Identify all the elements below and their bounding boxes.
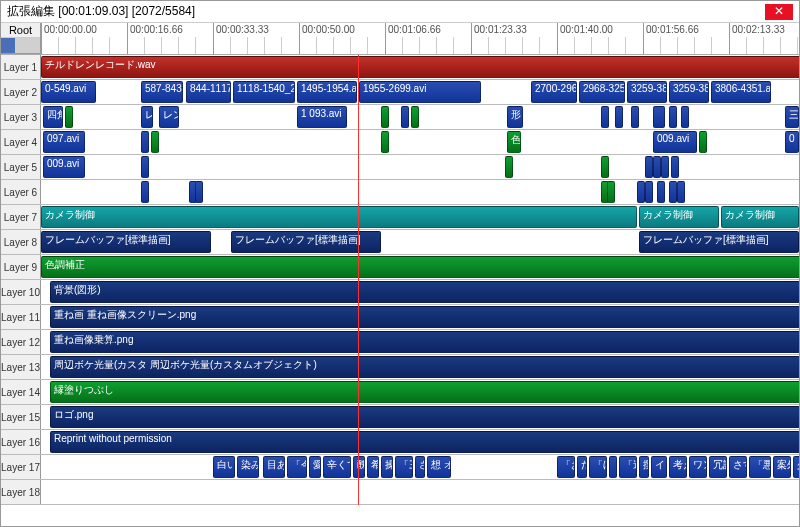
- clip[interactable]: 1118-1540_2.avi: [233, 81, 295, 103]
- layer-track[interactable]: 009.avi: [41, 155, 799, 179]
- clip[interactable]: 1955-2699.avi: [359, 81, 481, 103]
- clip[interactable]: 「ほ: [589, 456, 607, 478]
- layer-label[interactable]: Layer 3: [1, 105, 41, 129]
- clip[interactable]: チルドレンレコード.wav: [41, 56, 799, 78]
- clip[interactable]: 目あ: [263, 456, 285, 478]
- close-button[interactable]: ✕: [765, 4, 793, 20]
- clip[interactable]: [677, 181, 685, 203]
- clip[interactable]: フレームバッファ[標準描画]: [639, 231, 799, 253]
- clip[interactable]: 案外: [773, 456, 791, 478]
- layer-track[interactable]: チルドレンレコード.wav: [41, 55, 799, 79]
- layer-track[interactable]: 白い染み目あ「今愛辛くて醜希操「三さ想 オ「おた「ほ「「逃撰イン考えワン冗談さす…: [41, 455, 799, 479]
- clip[interactable]: 縁塗りつぶし: [50, 381, 799, 403]
- clip[interactable]: イン: [651, 456, 667, 478]
- layer-track[interactable]: [41, 180, 799, 204]
- clip[interactable]: 撰: [639, 456, 649, 478]
- clip[interactable]: [669, 181, 677, 203]
- layer-track[interactable]: 周辺ボケ光量(カスタ 周辺ボケ光量(カスタムオブジェクト): [41, 355, 799, 379]
- clip[interactable]: 3259-3805: [669, 81, 709, 103]
- clip[interactable]: 希: [367, 456, 379, 478]
- clip[interactable]: 周辺ボケ光量(カスタ 周辺ボケ光量(カスタムオブジェクト): [50, 356, 799, 378]
- clip[interactable]: [381, 131, 389, 153]
- clip[interactable]: [401, 106, 409, 128]
- layer-label[interactable]: Layer 4: [1, 130, 41, 154]
- clip[interactable]: [195, 181, 203, 203]
- layer-track[interactable]: 四角レレン1 093.avi形三: [41, 105, 799, 129]
- clip[interactable]: 冗談: [709, 456, 727, 478]
- clip[interactable]: [615, 106, 623, 128]
- clip[interactable]: 0: [785, 131, 799, 153]
- clip[interactable]: ワン: [689, 456, 707, 478]
- clip[interactable]: [141, 181, 149, 203]
- clip[interactable]: [141, 131, 149, 153]
- clip[interactable]: [653, 106, 665, 128]
- layer-label[interactable]: Layer 7: [1, 205, 41, 229]
- clip[interactable]: フレームバッファ[標準描画]: [41, 231, 211, 253]
- clip[interactable]: 「: [609, 456, 617, 478]
- layer-label[interactable]: Layer 6: [1, 180, 41, 204]
- layer-label[interactable]: Layer 17: [1, 455, 41, 479]
- clip[interactable]: 四角: [43, 106, 63, 128]
- layer-track[interactable]: 重ね画 重ね画像スクリーン.png: [41, 305, 799, 329]
- layer-label[interactable]: Layer 18: [1, 480, 41, 504]
- clip[interactable]: 3259-3805: [627, 81, 667, 103]
- clip[interactable]: [141, 156, 149, 178]
- clip[interactable]: [411, 106, 419, 128]
- clip[interactable]: [151, 131, 159, 153]
- root-progress-bar[interactable]: [1, 38, 40, 53]
- layer-label[interactable]: Layer 5: [1, 155, 41, 179]
- clip[interactable]: 「お: [557, 456, 575, 478]
- clip[interactable]: [505, 156, 513, 178]
- clip[interactable]: [65, 106, 73, 128]
- clip[interactable]: 2968-3258: [579, 81, 625, 103]
- clip[interactable]: 色: [507, 131, 521, 153]
- clip[interactable]: [657, 181, 665, 203]
- clip[interactable]: 色調補正: [41, 256, 799, 278]
- clip[interactable]: 「今: [287, 456, 307, 478]
- clip[interactable]: 「逃: [619, 456, 637, 478]
- clip[interactable]: [671, 156, 679, 178]
- clip[interactable]: [631, 106, 639, 128]
- layer-label[interactable]: Layer 14: [1, 380, 41, 404]
- clip[interactable]: [645, 156, 653, 178]
- layer-label[interactable]: Layer 9: [1, 255, 41, 279]
- clip[interactable]: [661, 156, 669, 178]
- clip[interactable]: さ: [415, 456, 425, 478]
- clip[interactable]: 0-549.avi: [41, 81, 96, 103]
- clip[interactable]: 「悪く: [749, 456, 771, 478]
- clip[interactable]: 三: [785, 106, 799, 128]
- layer-track[interactable]: 0-549.avi587-843.avi844-1117.avi1118-154…: [41, 80, 799, 104]
- clip[interactable]: カメラ制御: [721, 206, 799, 228]
- layer-track[interactable]: ロゴ.png: [41, 405, 799, 429]
- layer-track[interactable]: カメラ制御カメラ制御カメラ制御: [41, 205, 799, 229]
- clip[interactable]: さす: [729, 456, 747, 478]
- clip[interactable]: カメラ制御: [41, 206, 637, 228]
- layer-label[interactable]: Layer 13: [1, 355, 41, 379]
- layer-label[interactable]: Layer 12: [1, 330, 41, 354]
- clip[interactable]: 009.avi: [43, 156, 85, 178]
- clip[interactable]: 1 093.avi: [297, 106, 347, 128]
- clip[interactable]: 形: [507, 106, 523, 128]
- clip[interactable]: [681, 106, 689, 128]
- clip[interactable]: 想 オ: [427, 456, 451, 478]
- clip[interactable]: 097.avi: [43, 131, 85, 153]
- clip[interactable]: Reprint without permission: [50, 431, 799, 453]
- clip[interactable]: [637, 181, 645, 203]
- clip[interactable]: 少し: [793, 456, 799, 478]
- clip[interactable]: カメラ制御: [639, 206, 719, 228]
- layer-track[interactable]: 097.avi色009.avi0: [41, 130, 799, 154]
- clip[interactable]: 重ね画 重ね画像スクリーン.png: [50, 306, 799, 328]
- clip[interactable]: ロゴ.png: [50, 406, 799, 428]
- layer-label[interactable]: Layer 11: [1, 305, 41, 329]
- clip[interactable]: 辛くて: [323, 456, 351, 478]
- layer-label[interactable]: Layer 8: [1, 230, 41, 254]
- clip[interactable]: 操: [381, 456, 393, 478]
- clip[interactable]: [669, 106, 677, 128]
- layer-label[interactable]: Layer 16: [1, 430, 41, 454]
- clip[interactable]: 染み: [237, 456, 259, 478]
- clip[interactable]: 844-1117.avi: [186, 81, 231, 103]
- clip[interactable]: 3806-4351.avi: [711, 81, 771, 103]
- clip[interactable]: [601, 156, 609, 178]
- layer-track[interactable]: 背景(図形): [41, 280, 799, 304]
- clip[interactable]: 重ね画像乗算.png: [50, 331, 799, 353]
